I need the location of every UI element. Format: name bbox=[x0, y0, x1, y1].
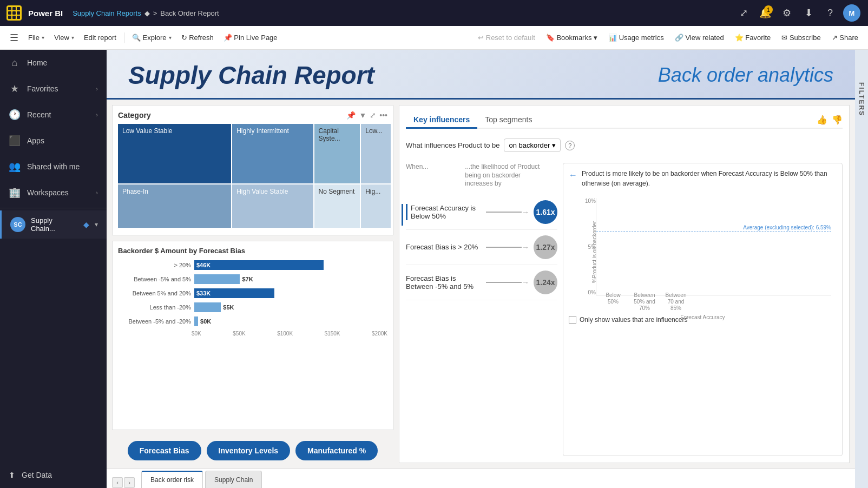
tab-next-arrow[interactable]: › bbox=[124, 477, 135, 488]
settings-button[interactable]: ⚙ bbox=[777, 3, 797, 23]
sidebar-item-favorites[interactable]: ★ Favorites › bbox=[0, 76, 107, 102]
sidebar-item-supply-chain[interactable]: SC Supply Chain... ◆ ▾ bbox=[0, 210, 107, 239]
mini-bars-area: Average (excluding selected): 6.59% bbox=[596, 198, 831, 295]
ki-help-icon[interactable]: ? bbox=[565, 141, 575, 150]
subscribe-btn[interactable]: ✉ Subscribe bbox=[777, 29, 825, 47]
help-button[interactable]: ? bbox=[820, 3, 840, 23]
bar-label-3: Between 5% and 20% bbox=[121, 290, 191, 296]
sidebar-item-apps[interactable]: ⬛ Apps bbox=[0, 128, 107, 154]
treemap-cell-high-value[interactable]: High Value Stable bbox=[232, 184, 313, 228]
ki-inf-label-3: Forecast Bias is Between -5% and 5% bbox=[406, 274, 482, 291]
breadcrumb-sep: > bbox=[153, 9, 157, 17]
bar-track-2: $7K bbox=[194, 274, 385, 284]
bookmarks-btn[interactable]: 🔖 Bookmarks ▾ bbox=[542, 29, 602, 47]
treemap-header: Category 📌 ▼ ⤢ ••• bbox=[118, 111, 387, 120]
share-btn[interactable]: ↗ Share bbox=[827, 29, 863, 47]
ki-arrow-line-1: → bbox=[486, 208, 529, 216]
menu-toggle[interactable]: ☰ bbox=[5, 29, 23, 47]
view-related-btn[interactable]: 🔗 View related bbox=[670, 29, 728, 47]
workspaces-icon: 🏢 bbox=[9, 187, 21, 199]
treemap-cell-low-r1c4[interactable]: Low... bbox=[361, 124, 391, 183]
bar-value-2: $7K bbox=[242, 276, 253, 282]
file-menu[interactable]: File ▾ bbox=[24, 29, 49, 47]
inventory-levels-tab[interactable]: Inventory Levels bbox=[207, 441, 291, 460]
treemap-cell-capital-system[interactable]: Capital Syste... bbox=[314, 124, 360, 183]
expand-button[interactable]: ⤢ bbox=[734, 3, 753, 23]
sidebar-item-workspaces[interactable]: 🏢 Workspaces › bbox=[0, 180, 107, 206]
ki-tabs: Key influencers Top segments 👍 👎 bbox=[406, 112, 843, 129]
bar-chart: > 20% $46K Between -5% and 5% bbox=[118, 260, 387, 326]
edit-report-btn[interactable]: Edit report bbox=[80, 29, 121, 47]
chevron-right-icon: › bbox=[96, 85, 98, 92]
arrow-right-icon-2: → bbox=[522, 243, 529, 252]
ki-arrow-line-3: → bbox=[486, 278, 529, 287]
filters-label: FILTERS bbox=[858, 82, 865, 116]
favorites-icon: ★ bbox=[9, 83, 21, 95]
manufactured-pct-tab[interactable]: Manufactured % bbox=[295, 441, 378, 460]
ki-badge-3: 1.24x bbox=[534, 271, 557, 294]
favorite-btn[interactable]: ⭐ Favorite bbox=[731, 29, 775, 47]
sidebar-item-get-data[interactable]: ⬆ Get Data bbox=[0, 462, 107, 488]
report-title: Supply Chain Report bbox=[128, 61, 374, 90]
chevron-down-icon: ▾ bbox=[552, 141, 556, 149]
treemap-cell-highly-intermittent[interactable]: Highly Intermittent bbox=[232, 124, 313, 183]
bar-row-4: Less than -20% $5K bbox=[121, 302, 385, 312]
right-panel: Key influencers Top segments 👍 👎 What in… bbox=[399, 105, 850, 463]
tab-prev-arrow[interactable]: ‹ bbox=[112, 477, 123, 488]
pin-icon[interactable]: 📌 bbox=[346, 111, 356, 120]
bar-label-1: > 20% bbox=[121, 262, 191, 268]
treemap-grid: Low Value Stable Highly Intermittent Cap… bbox=[118, 124, 387, 229]
back-arrow-icon[interactable]: ← bbox=[569, 169, 577, 182]
ki-influencer-list: When... ...the likelihood of Product bei… bbox=[406, 163, 557, 456]
sidebar-item-shared[interactable]: 👥 Shared with me bbox=[0, 154, 107, 180]
sidebar-label-apps: Apps bbox=[27, 136, 98, 145]
ki-when-label: When... bbox=[406, 163, 428, 188]
supply-avatar: SC bbox=[10, 217, 25, 232]
filter-icon[interactable]: ▼ bbox=[359, 111, 366, 120]
expand-icon[interactable]: ⤢ bbox=[370, 111, 376, 120]
treemap-cell-phase-in[interactable]: Phase-In bbox=[118, 184, 231, 228]
tab-key-influencers[interactable]: Key influencers bbox=[406, 112, 477, 129]
forecast-bias-tab[interactable]: Forecast Bias bbox=[128, 441, 201, 460]
treemap-cell-hig-r2[interactable]: Hig... bbox=[361, 184, 391, 228]
ki-influencer-row-2[interactable]: Forecast Bias is > 20% → 1.27x bbox=[406, 230, 557, 265]
bottom-tab-backorder[interactable]: Back order risk bbox=[141, 471, 203, 488]
usage-metrics-btn[interactable]: 📊 Usage metrics bbox=[604, 29, 668, 47]
bar-track-3: $33K bbox=[194, 288, 385, 298]
pin-live-btn[interactable]: 📌 Pin Live Page bbox=[219, 29, 282, 47]
treemap-cell-low-value[interactable]: Low Value Stable bbox=[118, 124, 231, 183]
bottom-tab-supply-chain[interactable]: Supply Chain bbox=[205, 471, 262, 488]
bar-value-4: $5K bbox=[223, 304, 234, 311]
tab-top-segments[interactable]: Top segments bbox=[477, 112, 540, 129]
profile-button[interactable]: M bbox=[842, 3, 862, 23]
ki-influencer-row-1[interactable]: Forecast Accuracy is Below 50% → 1.61x bbox=[406, 195, 557, 230]
y-tick-5: 5% bbox=[588, 244, 596, 250]
avg-line-label: Average (excluding selected): 6.59% bbox=[743, 225, 831, 230]
second-nav-right: ↩ Reset to default 🔖 Bookmarks ▾ 📊 Usage… bbox=[474, 29, 863, 47]
influencers-checkbox[interactable] bbox=[569, 316, 576, 324]
notification-button[interactable]: 🔔 1 bbox=[755, 3, 775, 23]
ki-influencer-row-3[interactable]: Forecast Bias is Between -5% and 5% → 1.… bbox=[406, 265, 557, 300]
ki-question-label: What influences Product to be bbox=[406, 141, 499, 149]
sidebar-label-get-data: Get Data bbox=[22, 471, 52, 479]
reset-default-btn[interactable]: ↩ Reset to default bbox=[474, 29, 540, 47]
breadcrumb-supply-chain[interactable]: Supply Chain Reports bbox=[73, 9, 141, 17]
explore-btn[interactable]: 🔍 Explore ▾ bbox=[128, 29, 176, 47]
filters-panel[interactable]: FILTERS bbox=[855, 50, 868, 488]
more-options-icon[interactable]: ••• bbox=[379, 111, 387, 120]
x-axis-title: Forecast Accuracy bbox=[680, 314, 725, 320]
waffle-icon[interactable] bbox=[6, 5, 22, 21]
thumbs-up-icon[interactable]: 👍 bbox=[817, 115, 827, 125]
chevron-right-icon-recent: › bbox=[96, 111, 98, 118]
sidebar-item-home[interactable]: ⌂ Home bbox=[0, 50, 107, 76]
ki-dropdown[interactable]: on backorder ▾ bbox=[504, 139, 561, 152]
ki-badge-2: 1.27x bbox=[534, 235, 557, 259]
treemap-cell-no-segment[interactable]: No Segment bbox=[314, 184, 360, 228]
sidebar-item-recent[interactable]: 🕐 Recent › bbox=[0, 102, 107, 128]
ki-dropdown-value: on backorder bbox=[509, 141, 550, 149]
view-menu[interactable]: View ▾ bbox=[50, 29, 78, 47]
download-button[interactable]: ⬇ bbox=[799, 3, 818, 23]
thumbs-down-icon[interactable]: 👎 bbox=[832, 115, 843, 125]
refresh-btn[interactable]: ↻ Refresh bbox=[177, 29, 218, 47]
avatar: M bbox=[843, 4, 860, 22]
